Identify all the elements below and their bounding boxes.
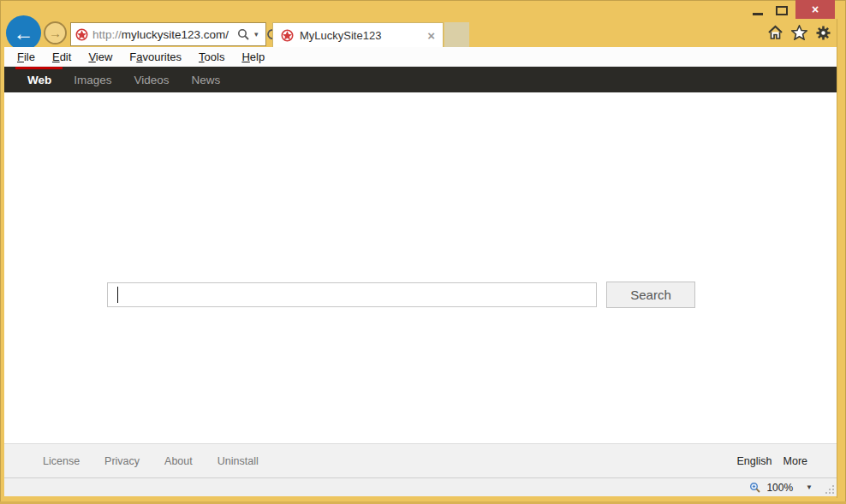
menu-item-favourites[interactable]: Favourites — [128, 50, 183, 63]
footer-link-license[interactable]: License — [43, 455, 80, 467]
maximize-button[interactable] — [772, 3, 792, 18]
url-text: http://myluckysite123.com/ — [92, 28, 229, 41]
magnifier-icon — [237, 28, 250, 41]
footer-links: License Privacy About Uninstall — [43, 455, 259, 467]
language-selector[interactable]: English — [737, 455, 772, 467]
zoom-dropdown-caret-icon[interactable]: ▼ — [806, 483, 813, 491]
page-footer: License Privacy About Uninstall English … — [4, 443, 837, 477]
zoom-icon — [749, 482, 761, 494]
minimize-icon — [753, 13, 763, 15]
forward-arrow-icon: → — [49, 26, 62, 40]
minimize-button[interactable] — [748, 3, 767, 18]
maximize-icon — [776, 6, 788, 15]
status-bar: 100% ▼ — [4, 477, 837, 496]
content-area: Search — [4, 92, 837, 443]
footer-link-about[interactable]: About — [164, 455, 193, 467]
new-tab-button[interactable] — [444, 22, 469, 47]
nav-tab-images[interactable]: Images — [74, 74, 111, 86]
red-underline-annotation — [15, 67, 63, 69]
star-icon — [791, 25, 807, 40]
close-button[interactable]: × — [795, 0, 835, 19]
menu-item-tools[interactable]: Tools — [197, 50, 226, 63]
menu-item-help[interactable]: Help — [240, 50, 266, 63]
window-edge-line — [837, 19, 837, 498]
menu-item-file[interactable]: File — [15, 50, 37, 63]
forward-button[interactable]: → — [44, 21, 67, 44]
nav-tab-web[interactable]: Web — [27, 74, 51, 86]
resize-grip[interactable] — [832, 492, 834, 494]
footer-link-privacy[interactable]: Privacy — [104, 455, 140, 467]
tab-close-button[interactable]: × — [427, 29, 435, 42]
search-input[interactable] — [107, 282, 597, 307]
menu-item-edit[interactable]: Edit — [51, 50, 73, 63]
zoom-level[interactable]: 100% — [766, 482, 793, 494]
nav-tab-news[interactable]: News — [192, 74, 221, 86]
more-link[interactable]: More — [783, 455, 807, 467]
site-favicon-icon — [75, 28, 88, 41]
address-bar[interactable]: http://myluckysite123.com/ ▾ — [70, 22, 266, 46]
browser-toolbar — [766, 24, 831, 41]
url-host: myluckysite123.com/ — [122, 28, 229, 41]
tab-title: MyLuckySite123 — [300, 29, 381, 42]
footer-link-uninstall[interactable]: Uninstall — [217, 455, 259, 467]
browser-tab[interactable]: MyLuckySite123 × — [272, 22, 444, 47]
home-icon — [767, 25, 783, 40]
menu-bar: File Edit View Favourites Tools Help — [4, 47, 837, 67]
close-icon: × — [812, 3, 819, 16]
url-scheme: http:// — [92, 28, 122, 41]
home-button[interactable] — [766, 24, 783, 41]
tab-favicon-icon — [281, 29, 294, 42]
settings-button[interactable] — [814, 24, 831, 41]
footer-right: English More — [737, 455, 807, 467]
browser-window: × ← → http://myluckysite123.com/ ▾ — [0, 0, 846, 504]
search-button[interactable]: Search — [606, 282, 695, 308]
back-button[interactable]: ← — [6, 15, 41, 50]
site-navbar: Web Images Videos News — [4, 67, 837, 92]
search-dropdown-caret-icon[interactable]: ▾ — [254, 30, 259, 39]
address-search-button[interactable] — [237, 28, 250, 41]
nav-tab-videos[interactable]: Videos — [134, 74, 170, 86]
favorites-button[interactable] — [790, 24, 807, 41]
back-arrow-icon: ← — [14, 21, 34, 45]
gear-icon — [815, 25, 831, 41]
menu-item-view[interactable]: View — [86, 50, 114, 63]
text-caret — [117, 287, 118, 303]
